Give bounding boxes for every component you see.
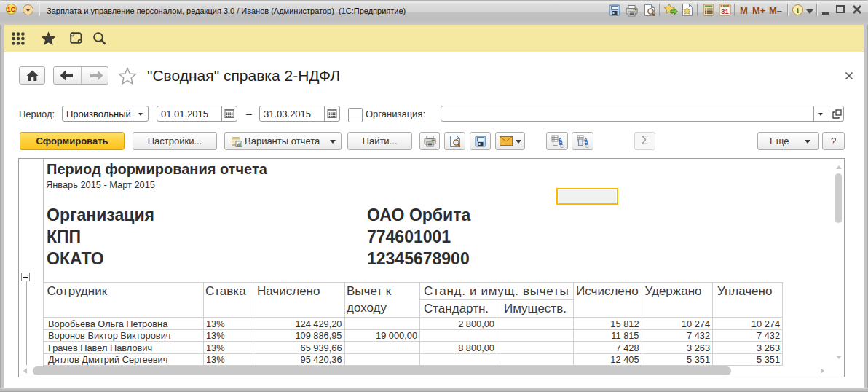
svg-text:i: i [797, 6, 799, 15]
svg-text:C: C [560, 144, 564, 149]
svg-text:1C: 1C [7, 6, 16, 13]
svg-text:C: C [585, 144, 589, 149]
svg-text:31: 31 [721, 7, 729, 15]
